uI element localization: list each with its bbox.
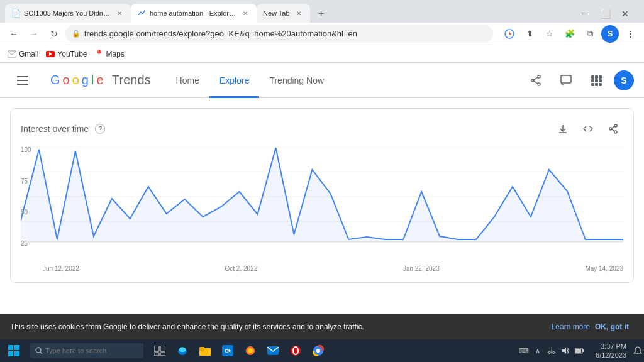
svg-point-27 xyxy=(614,131,617,133)
back-button[interactable]: ← xyxy=(5,25,23,43)
close-button[interactable]: ✕ xyxy=(616,5,634,23)
y-axis: 100 75 50 25 xyxy=(21,146,41,247)
svg-point-56 xyxy=(248,348,253,353)
svg-rect-17 xyxy=(599,75,602,79)
svg-rect-16 xyxy=(595,75,598,79)
ok-got-it-button[interactable]: OK, got it xyxy=(590,320,634,334)
svg-rect-52 xyxy=(199,348,204,351)
svg-line-11 xyxy=(534,77,538,80)
taskbar-search[interactable] xyxy=(30,343,143,358)
taskbar: 🛍 ⌨ ∧ 3:37 PM 6/12 xyxy=(0,339,644,362)
keyboard-icon[interactable]: ⌨ xyxy=(518,344,530,357)
svg-rect-69 xyxy=(575,349,581,353)
share-chart-button[interactable] xyxy=(603,119,623,139)
network-icon[interactable] xyxy=(545,344,558,357)
y-label-25: 25 xyxy=(21,240,41,247)
download-button[interactable] xyxy=(553,119,573,139)
bookmark-gmail[interactable]: Gmail xyxy=(8,50,38,58)
start-button[interactable] xyxy=(0,339,28,362)
nav-explore[interactable]: Explore xyxy=(209,63,259,98)
profile-button[interactable]: S xyxy=(601,25,619,43)
tab-label-2: home automation - Explore - Go... xyxy=(150,9,236,17)
tab-label-3: New Tab xyxy=(263,9,290,17)
tab-close-3[interactable]: ✕ xyxy=(294,8,304,18)
bookmark-maps[interactable]: 📍 Maps xyxy=(95,50,125,58)
trends-header: Google Trends Home Explore Trending Now xyxy=(0,63,644,98)
new-tab-button[interactable]: + xyxy=(313,5,330,23)
chart-title-text: Interest over time xyxy=(21,124,89,134)
google-icon[interactable] xyxy=(501,25,518,43)
hamburger-menu[interactable] xyxy=(10,68,35,93)
svg-point-28 xyxy=(609,128,612,130)
svg-rect-49 xyxy=(160,353,165,356)
bookmark-youtube[interactable]: YouTube xyxy=(46,50,87,58)
minimize-button[interactable]: ─ xyxy=(576,5,594,23)
apps-button[interactable] xyxy=(584,68,609,93)
show-hidden-icons[interactable]: ∧ xyxy=(531,344,544,357)
task-view-button[interactable] xyxy=(148,339,171,362)
svg-rect-40 xyxy=(8,345,13,350)
svg-line-45 xyxy=(40,352,42,354)
svg-point-8 xyxy=(538,75,540,78)
svg-rect-13 xyxy=(561,75,571,83)
svg-line-12 xyxy=(534,81,538,84)
bookmarks-bar: Gmail YouTube 📍 Maps xyxy=(0,45,644,63)
embed-button[interactable] xyxy=(578,119,598,139)
share-button[interactable] xyxy=(523,68,548,93)
forward-button[interactable]: → xyxy=(25,25,43,43)
learn-more-link[interactable]: Learn more xyxy=(552,322,590,331)
firefox-button[interactable] xyxy=(239,339,262,362)
trend-chart-svg: 100 75 50 25 xyxy=(21,146,623,247)
youtube-label: YouTube xyxy=(57,50,87,58)
svg-rect-41 xyxy=(14,345,19,350)
feedback-button[interactable] xyxy=(553,68,579,93)
youtube-icon xyxy=(46,50,55,58)
star-icon[interactable]: ☆ xyxy=(541,25,558,43)
x-axis: Jun 12, 2022 Oct 2, 2022 Jan 22, 2023 Ma… xyxy=(43,265,623,272)
reload-button[interactable]: ↻ xyxy=(45,25,63,43)
notification-button[interactable] xyxy=(631,344,644,357)
svg-point-0 xyxy=(144,10,145,11)
tray-clock[interactable]: 3:37 PM 6/12/2023 xyxy=(591,342,631,360)
maximize-button[interactable]: ⬜ xyxy=(596,5,614,23)
sidebar-icon[interactable]: ⧉ xyxy=(581,25,599,43)
opera-button[interactable] xyxy=(284,339,307,362)
address-text: trends.google.com/trends/explore?geo=KE&… xyxy=(84,29,487,38)
address-bar[interactable]: 🔒 trends.google.com/trends/explore?geo=K… xyxy=(65,25,493,43)
nav-trending[interactable]: Trending Now xyxy=(259,63,334,98)
user-profile-button[interactable]: S xyxy=(614,70,634,90)
svg-line-29 xyxy=(612,126,614,128)
x-label-jun: Jun 12, 2022 xyxy=(43,265,79,272)
extension-icon[interactable]: 🧩 xyxy=(561,25,579,43)
header-actions: S xyxy=(523,68,634,93)
help-icon[interactable]: ? xyxy=(95,124,105,134)
mail-button[interactable] xyxy=(262,339,284,362)
share-icon[interactable]: ⬆ xyxy=(521,25,538,43)
tray-time-text: 3:37 PM xyxy=(596,342,626,351)
chart-title-area: Interest over time ? xyxy=(21,124,105,134)
tab-close-1[interactable]: ✕ xyxy=(114,8,125,18)
menu-icon[interactable]: ⋮ xyxy=(621,25,639,43)
file-explorer-button[interactable] xyxy=(194,339,216,362)
tab-sci1005[interactable]: 📄 SCI1005 Majors You Didn't Kno... ✕ xyxy=(5,4,131,23)
battery-icon[interactable] xyxy=(573,344,586,357)
tab-icon-1: 📄 xyxy=(11,9,20,18)
svg-rect-48 xyxy=(154,353,159,356)
svg-rect-46 xyxy=(154,346,159,351)
tab-new[interactable]: New Tab ✕ xyxy=(257,4,310,23)
chrome-button[interactable] xyxy=(307,339,330,362)
volume-icon[interactable] xyxy=(559,344,572,357)
edge-button[interactable] xyxy=(171,339,194,362)
system-tray: ⌨ ∧ xyxy=(513,344,591,357)
trends-nav: Home Explore Trending Now xyxy=(166,63,334,98)
svg-rect-15 xyxy=(591,75,594,79)
x-label-may: May 14, 2023 xyxy=(585,265,623,272)
tab-trends[interactable]: home automation - Explore - Go... ✕ xyxy=(131,4,257,23)
search-input[interactable] xyxy=(45,347,127,354)
tab-close-2[interactable]: ✕ xyxy=(240,8,250,18)
svg-text:🛍: 🛍 xyxy=(225,347,232,354)
google-trends-logo: Google Trends xyxy=(50,73,151,87)
browser-controls: ← → ↻ 🔒 trends.google.com/trends/explore… xyxy=(0,23,644,45)
nav-home[interactable]: Home xyxy=(166,63,209,98)
store-button[interactable]: 🛍 xyxy=(216,339,239,362)
